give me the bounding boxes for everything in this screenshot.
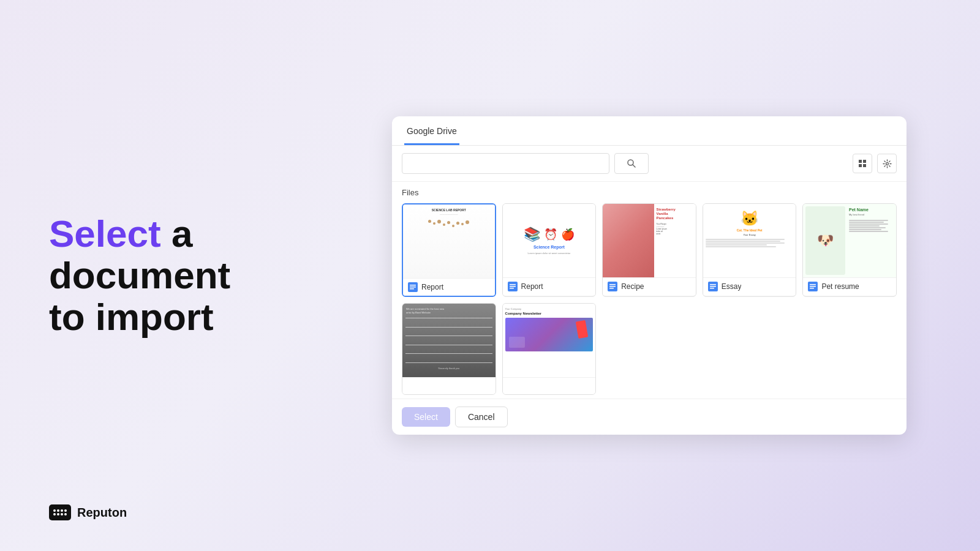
file-preview-essay: 🐱 Cat. The Ideal Pet Your Essay	[703, 204, 796, 277]
file-footer-report2: Report	[503, 277, 596, 295]
svg-rect-4	[859, 164, 862, 167]
file-card-guitar[interactable]: We are nominated for the best newartist …	[402, 303, 496, 395]
file-footer-newsletter	[503, 377, 596, 394]
file-name-pet-resume: Pet resume	[821, 282, 859, 291]
files-section: Files SCIENCE LAB REPORT ──────────────	[392, 182, 907, 399]
left-panel: Select adocumentto import	[49, 213, 230, 339]
svg-rect-9	[410, 287, 416, 288]
grid-view-button[interactable]	[853, 154, 872, 173]
file-name-report1: Report	[421, 283, 443, 291]
file-preview-recipe: StrawberryVanillaPancakes Your Recipe───…	[603, 204, 696, 277]
logo-text: Reputon	[77, 506, 127, 520]
file-footer-guitar	[402, 377, 496, 394]
svg-rect-25	[810, 286, 816, 287]
headline-highlight: Select	[49, 212, 161, 255]
svg-line-1	[633, 165, 635, 167]
svg-rect-21	[710, 286, 716, 287]
file-footer-recipe: Recipe	[603, 277, 696, 295]
dialog-toolbar	[392, 146, 907, 182]
svg-rect-22	[710, 288, 714, 289]
files-grid: SCIENCE LAB REPORT ──────────────	[402, 203, 897, 395]
file-name-recipe: Recipe	[621, 282, 644, 291]
file-footer-essay: Essay	[703, 277, 796, 295]
dialog-header: Google Drive	[392, 116, 907, 146]
svg-rect-13	[510, 286, 516, 287]
doc-icon-pet-resume	[808, 282, 818, 291]
files-label: Files	[402, 188, 897, 197]
doc-icon-report2	[508, 282, 518, 291]
settings-button[interactable]	[877, 154, 897, 173]
settings-icon	[883, 159, 892, 168]
google-drive-dialog: Google Drive Files	[392, 116, 907, 435]
file-card-recipe[interactable]: StrawberryVanillaPancakes Your Recipe───…	[602, 203, 696, 297]
tab-google-drive[interactable]: Google Drive	[404, 116, 459, 145]
logo-icon	[49, 504, 71, 520]
cancel-button[interactable]: Cancel	[455, 407, 508, 427]
search-button[interactable]	[614, 153, 649, 174]
file-card-report1[interactable]: SCIENCE LAB REPORT ──────────────	[402, 203, 496, 297]
svg-rect-2	[859, 160, 862, 163]
grid-icon	[858, 159, 867, 168]
file-preview-guitar: We are nominated for the best newartist …	[402, 304, 496, 377]
svg-rect-3	[863, 160, 866, 163]
file-preview-pet-resume: 🐶 Pet Name My best friend	[803, 204, 896, 277]
svg-rect-24	[810, 284, 816, 285]
file-name-report2: Report	[521, 282, 543, 291]
svg-rect-20	[710, 284, 716, 285]
logo-area: Reputon	[49, 504, 127, 520]
logo-dots	[51, 507, 69, 518]
search-icon	[627, 159, 636, 168]
select-button[interactable]: Select	[402, 407, 450, 427]
file-name-essay: Essay	[722, 282, 742, 291]
svg-rect-10	[410, 288, 414, 290]
doc-icon-report1	[408, 282, 418, 292]
file-preview-report2: 📚 ⏰ 🍎 Science Report Lorem ipsum dolor s…	[503, 204, 596, 277]
svg-point-6	[886, 162, 888, 165]
svg-rect-14	[510, 288, 514, 289]
dialog-footer: Select Cancel	[392, 399, 907, 435]
file-preview-newsletter: Your Company Company Newsletter	[503, 304, 596, 377]
search-input[interactable]	[402, 153, 609, 174]
svg-rect-18	[609, 288, 614, 289]
file-footer-pet-resume: Pet resume	[803, 277, 896, 295]
file-preview-report1: SCIENCE LAB REPORT ──────────────	[403, 204, 495, 278]
file-footer-report1: Report	[403, 278, 495, 296]
doc-icon-recipe	[608, 282, 617, 291]
svg-rect-26	[810, 288, 814, 289]
svg-rect-5	[863, 164, 866, 167]
file-card-report2[interactable]: 📚 ⏰ 🍎 Science Report Lorem ipsum dolor s…	[502, 203, 597, 297]
file-card-essay[interactable]: 🐱 Cat. The Ideal Pet Your Essay	[703, 203, 797, 297]
file-card-pet-resume[interactable]: 🐶 Pet Name My best friend	[802, 203, 897, 297]
svg-rect-8	[410, 285, 416, 286]
headline: Select adocumentto import	[49, 213, 230, 339]
doc-icon-essay	[708, 282, 718, 291]
svg-rect-12	[510, 284, 516, 285]
file-card-newsletter[interactable]: Your Company Company Newsletter	[502, 303, 597, 395]
svg-rect-16	[609, 284, 616, 285]
svg-rect-17	[609, 286, 616, 287]
